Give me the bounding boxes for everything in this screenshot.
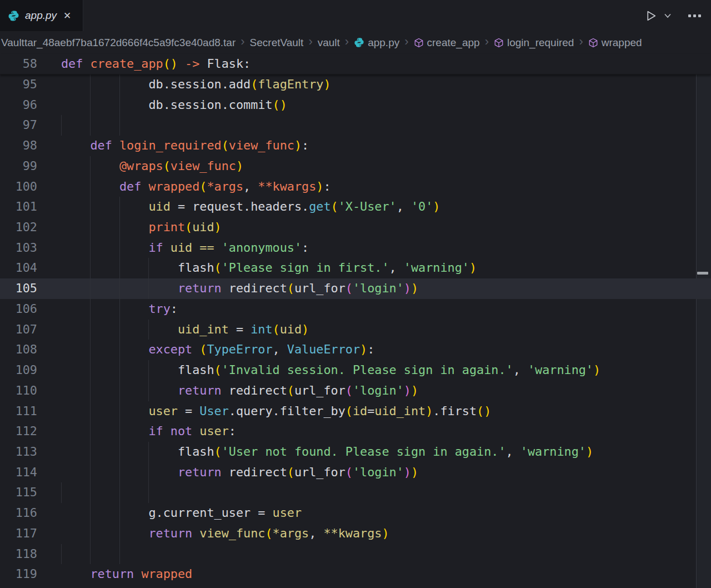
line-number[interactable]: 106 — [0, 299, 37, 320]
breadcrumb-label: login_required — [507, 37, 574, 49]
code-line-111[interactable]: 111 user = User.query.filter_by(id=uid_i… — [0, 401, 711, 422]
breadcrumb-item[interactable]: create_app — [414, 37, 480, 49]
code-line-95[interactable]: 95 db.session.add(flagEntry) — [0, 74, 711, 95]
symbol-method-icon — [588, 38, 598, 48]
code-line-114[interactable]: 114 return redirect(url_for('login')) — [0, 462, 711, 483]
line-number[interactable]: 101 — [0, 197, 37, 217]
indent-guide — [119, 544, 120, 565]
breadcrumb-item[interactable]: login_required — [494, 37, 574, 49]
code-line-103[interactable]: 103 if uid == 'anonymous': — [0, 238, 711, 258]
breadcrumb-label: Vaulttar_48aebf7ba1672d666f4c5a9fc3e40ad… — [1, 37, 236, 49]
breadcrumb-item[interactable]: wrapped — [588, 37, 642, 49]
breadcrumb-separator: › — [345, 36, 349, 48]
code-text: @wraps(view_func) — [61, 156, 243, 177]
code-line-96[interactable]: 96 db.session.commit() — [0, 95, 711, 116]
more-actions-icon[interactable] — [688, 14, 701, 17]
line-number[interactable]: 117 — [0, 524, 37, 544]
code-line-99[interactable]: 99 @wraps(view_func) — [0, 156, 711, 177]
code-text: return view_func(*args, **kwargs) — [61, 524, 389, 544]
code-line-97[interactable]: 97 — [0, 115, 711, 136]
code-text: uid_int = int(uid) — [61, 320, 309, 340]
line-number[interactable]: 98 — [0, 136, 37, 156]
indent-guide — [90, 115, 91, 136]
code-line-105[interactable]: 105 return redirect(url_for('login')) — [0, 278, 711, 299]
line-number[interactable]: 103 — [0, 238, 37, 258]
line-number[interactable]: 105 — [0, 278, 37, 299]
code-line-108[interactable]: 108 except (TypeError, ValueError): — [0, 340, 711, 360]
line-number[interactable]: 107 — [0, 320, 37, 340]
breadcrumb-item[interactable]: SecretVault — [250, 37, 304, 49]
indent-guide — [90, 544, 91, 565]
code-lines: 95 db.session.add(flagEntry)96 db.sessio… — [0, 74, 711, 585]
line-number[interactable]: 116 — [0, 503, 37, 524]
breadcrumb-item[interactable]: app.py — [354, 37, 399, 49]
line-number[interactable]: 96 — [0, 95, 37, 116]
close-icon[interactable]: ✕ — [63, 11, 71, 21]
code-text: return wrapped — [61, 564, 192, 585]
code-line-109[interactable]: 109 flash('Invalid session. Please sign … — [0, 360, 711, 381]
code-line-113[interactable]: 113 flash('User not found. Please sign i… — [0, 442, 711, 462]
code-line-101[interactable]: 101 uid = request.headers.get('X-User', … — [0, 197, 711, 217]
overview-ruler[interactable] — [697, 54, 711, 588]
indent-guide — [61, 544, 62, 565]
line-number[interactable]: 112 — [0, 421, 37, 442]
python-icon — [8, 10, 19, 22]
python-icon — [354, 37, 364, 48]
code-text: if not user: — [61, 421, 236, 442]
breadcrumb-item[interactable]: Vaulttar_48aebf7ba1672d666f4c5a9fc3e40ad… — [1, 37, 236, 49]
code-line-104[interactable]: 104 flash('Please sign in first.', 'warn… — [0, 258, 711, 278]
line-number[interactable]: 95 — [0, 74, 37, 95]
code-line-100[interactable]: 100 def wrapped(*args, **kwargs): — [0, 177, 711, 197]
code-line-116[interactable]: 116 g.current_user = user — [0, 503, 711, 524]
code-line-119[interactable]: 119 return wrapped — [0, 564, 711, 585]
code-text: flash('Invalid session. Please sign in a… — [61, 360, 600, 381]
indent-guide — [119, 115, 120, 136]
breadcrumb-separator: › — [404, 36, 408, 48]
code-editor[interactable]: 95 db.session.add(flagEntry)96 db.sessio… — [0, 74, 711, 585]
breadcrumb: Vaulttar_48aebf7ba1672d666f4c5a9fc3e40ad… — [0, 31, 711, 54]
code-text: if uid == 'anonymous': — [61, 238, 309, 258]
tab-app-py[interactable]: app.py ✕ — [0, 0, 83, 31]
indent-guide — [148, 482, 149, 503]
line-number[interactable]: 114 — [0, 462, 37, 483]
code-line-112[interactable]: 112 if not user: — [0, 421, 711, 442]
line-number[interactable]: 115 — [0, 482, 37, 503]
code-text: print(uid) — [61, 217, 222, 238]
code-line-58[interactable]: 58def create_app() -> Flask: — [0, 54, 711, 74]
code-text: def wrapped(*args, **kwargs): — [61, 177, 331, 197]
line-number[interactable]: 113 — [0, 442, 37, 462]
ruler-border — [696, 54, 697, 588]
code-line-106[interactable]: 106 try: — [0, 299, 711, 320]
line-number[interactable]: 118 — [0, 544, 37, 565]
indent-guide — [61, 115, 62, 136]
line-number[interactable]: 102 — [0, 217, 37, 238]
code-line-115[interactable]: 115 — [0, 482, 711, 503]
line-number[interactable]: 119 — [0, 564, 37, 585]
breadcrumb-item[interactable]: vault — [318, 37, 340, 49]
code-line-110[interactable]: 110 return redirect(url_for('login')) — [0, 381, 711, 401]
line-number[interactable]: 99 — [0, 156, 37, 177]
code-text: def login_required(view_func): — [61, 136, 309, 156]
code-line-107[interactable]: 107 uid_int = int(uid) — [0, 320, 711, 340]
code-line-118[interactable]: 118 — [0, 544, 711, 565]
line-number[interactable]: 58 — [0, 54, 37, 74]
code-text: return redirect(url_for('login')) — [61, 462, 418, 483]
breadcrumb-label: wrapped — [602, 37, 642, 49]
line-number[interactable]: 110 — [0, 381, 37, 401]
breadcrumb-label: create_app — [427, 37, 480, 49]
sticky-scroll[interactable]: 58def create_app() -> Flask: — [0, 54, 711, 74]
code-text: try: — [61, 299, 178, 320]
code-line-98[interactable]: 98 def login_required(view_func): — [0, 136, 711, 156]
code-text: db.session.add(flagEntry) — [61, 74, 331, 95]
line-number[interactable]: 104 — [0, 258, 37, 278]
line-number[interactable]: 97 — [0, 115, 37, 136]
line-number[interactable]: 109 — [0, 360, 37, 381]
run-button[interactable] — [644, 9, 657, 22]
code-line-117[interactable]: 117 return view_func(*args, **kwargs) — [0, 524, 711, 544]
code-line-102[interactable]: 102 print(uid) — [0, 217, 711, 238]
chevron-down-icon[interactable] — [664, 12, 672, 19]
line-number[interactable]: 100 — [0, 177, 37, 197]
line-number[interactable]: 111 — [0, 401, 37, 422]
code-text: def create_app() -> Flask: — [61, 54, 251, 74]
line-number[interactable]: 108 — [0, 340, 37, 360]
